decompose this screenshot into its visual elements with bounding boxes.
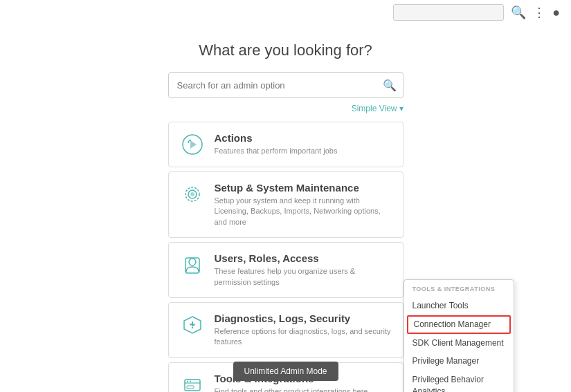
card-title-diagnostics: Diagnostics, Logs, Security [215, 312, 392, 324]
card-icon-setup [180, 182, 205, 207]
card-icon-diagnostics [180, 312, 205, 337]
cards-container: Actions Features that perform important … [168, 122, 404, 392]
svg-point-10 [190, 380, 191, 382]
dropdown-item-connection[interactable]: Connection Manager [407, 315, 511, 334]
top-search-bar[interactable] [393, 4, 504, 21]
search-icon[interactable]: 🔍 [511, 5, 526, 20]
simple-view-label: Simple View [352, 104, 397, 113]
svg-point-3 [190, 192, 194, 196]
main-content: What are you looking for? 🔍 Simple View … [0, 25, 571, 392]
card-desc-tools: Find tools and other product integration… [215, 386, 368, 392]
card-text-setup: Setup & System Maintenance Setup your sy… [215, 182, 392, 227]
card-desc-users: These features help you organize users &… [215, 266, 392, 288]
svg-point-4 [189, 259, 196, 265]
simple-view-arrow: ▾ [399, 104, 404, 113]
card-title-users: Users, Roles, Access [215, 252, 392, 264]
card-diagnostics[interactable]: Diagnostics, Logs, Security Reference op… [168, 302, 404, 358]
card-icon-users [180, 252, 205, 277]
card-text-actions: Actions Features that perform important … [215, 132, 338, 156]
toast: Unlimited Admin Mode [233, 362, 338, 381]
card-title-actions: Actions [215, 132, 338, 144]
simple-view-link[interactable]: Simple View ▾ [352, 104, 404, 113]
dropdown-item-launcher[interactable]: Launcher Tools [404, 297, 514, 315]
svg-point-9 [187, 380, 188, 382]
card-actions[interactable]: Actions Features that perform important … [168, 122, 404, 167]
search-icon: 🔍 [383, 79, 397, 92]
card-setup[interactable]: Setup & System Maintenance Setup your sy… [168, 171, 404, 238]
card-users[interactable]: Users, Roles, Access These features help… [168, 242, 404, 298]
svg-point-6 [191, 327, 192, 328]
search-input[interactable] [168, 72, 404, 98]
profile-icon[interactable]: ● [552, 6, 560, 20]
dropdown-item-pba[interactable]: Privileged Behavior Analytics [404, 371, 514, 392]
dropdown-item-privilege[interactable]: Privilege Manager [404, 352, 514, 371]
top-bar: 🔍 ⋮ ● [0, 0, 571, 25]
search-container: 🔍 [168, 72, 404, 98]
card-title-setup: Setup & System Maintenance [215, 182, 392, 194]
svg-rect-11 [187, 386, 194, 389]
tools-dropdown: TOOLS & INTEGRATIONS Launcher Tools Conn… [404, 279, 514, 392]
page-title: What are you looking for? [199, 41, 372, 59]
card-desc-actions: Features that perform important jobs [215, 146, 338, 156]
dropdown-section-label: TOOLS & INTEGRATIONS [404, 286, 514, 297]
card-icon-tools [180, 373, 205, 392]
card-text-diagnostics: Diagnostics, Logs, Security Reference op… [215, 312, 392, 348]
card-desc-diagnostics: Reference options for diagnostics, logs,… [215, 326, 392, 348]
grid-icon[interactable]: ⋮ [533, 5, 545, 20]
card-desc-setup: Setup your system and keep it running wi… [215, 196, 392, 227]
card-icon-actions [180, 132, 205, 157]
dropdown-item-sdk[interactable]: SDK Client Management [404, 334, 514, 353]
card-text-users: Users, Roles, Access These features help… [215, 252, 392, 288]
